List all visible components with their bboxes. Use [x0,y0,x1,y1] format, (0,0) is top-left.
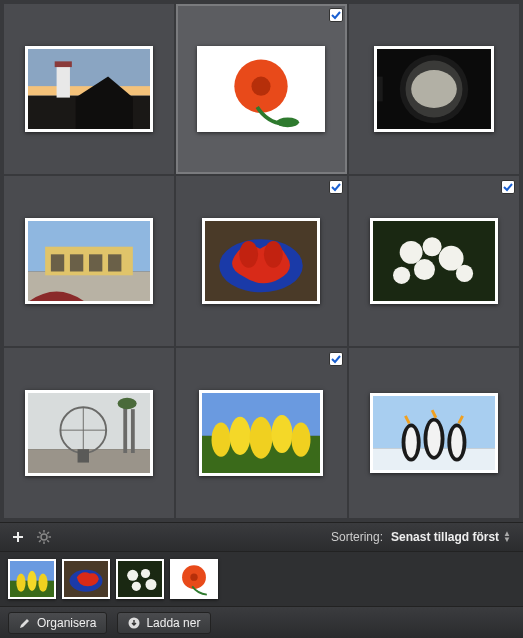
tray-item[interactable] [170,559,218,599]
sort-label: Sortering: [331,530,383,544]
settings-button[interactable] [34,527,54,547]
svg-point-80 [190,574,197,581]
photo-thumb [25,390,153,476]
photo-thumb [25,46,153,132]
svg-rect-73 [118,561,162,598]
svg-rect-38 [78,449,89,462]
photo-cell[interactable] [176,176,346,346]
svg-point-48 [292,423,311,457]
svg-rect-21 [108,254,121,271]
svg-rect-26 [373,220,495,302]
organize-label: Organisera [37,616,96,630]
svg-rect-18 [51,254,64,271]
selection-tray [0,552,523,606]
svg-point-46 [250,417,273,459]
svg-point-27 [400,241,423,264]
photo-thumb [25,218,153,304]
download-icon [128,617,140,629]
svg-point-47 [272,415,293,453]
svg-point-31 [456,265,473,282]
tray-item[interactable] [116,559,164,599]
svg-point-13 [411,70,457,108]
svg-line-63 [47,540,49,542]
svg-point-69 [27,571,36,591]
svg-point-44 [212,423,231,457]
svg-point-32 [393,267,410,284]
download-label: Ladda ner [146,616,200,630]
svg-point-54 [427,422,440,456]
svg-point-9 [277,118,300,128]
add-button[interactable] [8,527,28,547]
svg-line-65 [39,540,41,542]
checkbox-checked-icon[interactable] [501,180,515,194]
svg-rect-39 [123,405,127,453]
svg-point-8 [252,77,271,96]
pencil-icon [19,617,31,629]
svg-rect-14 [377,77,383,102]
bottom-action-bar: Organisera Ladda ner [0,606,523,638]
svg-point-56 [451,427,462,458]
checkbox-checked-icon[interactable] [329,352,343,366]
photo-thumb [199,390,323,476]
svg-point-25 [264,241,283,268]
svg-line-64 [47,532,49,534]
sort-dropdown[interactable]: Senast tillagd först ▲▼ [387,528,515,546]
sort-value: Senast tillagd först [391,530,499,544]
download-button[interactable]: Ladda ner [117,612,211,634]
svg-point-77 [132,582,141,591]
sort-arrows-icon: ▲▼ [503,531,511,543]
photo-cell[interactable] [349,4,519,174]
photo-thumb [197,46,325,132]
svg-rect-40 [131,409,135,453]
photo-cell[interactable] [4,348,174,518]
photo-cell[interactable] [176,4,346,174]
svg-point-52 [405,427,416,458]
svg-point-24 [240,241,259,268]
sort-toolbar: Sortering: Senast tillagd först ▲▼ [0,522,523,552]
tray-item[interactable] [8,559,56,599]
svg-rect-4 [55,61,72,67]
svg-point-30 [414,259,435,280]
photo-cell[interactable] [4,176,174,346]
svg-point-41 [118,398,137,409]
svg-rect-3 [57,65,70,97]
svg-line-62 [39,532,41,534]
svg-point-76 [146,579,157,590]
svg-point-45 [230,417,251,455]
svg-point-57 [41,534,47,540]
photo-cell[interactable] [176,348,346,518]
svg-point-70 [38,574,47,592]
tray-item[interactable] [62,559,110,599]
photo-grid [0,0,523,522]
checkbox-checked-icon[interactable] [329,180,343,194]
photo-thumb [370,393,498,473]
checkbox-checked-icon[interactable] [329,8,343,22]
photo-cell[interactable] [349,348,519,518]
svg-rect-19 [70,254,83,271]
organize-button[interactable]: Organisera [8,612,107,634]
photo-thumb [202,218,320,304]
svg-rect-20 [89,254,102,271]
svg-point-28 [422,237,441,256]
svg-point-74 [127,570,138,581]
photo-thumb [370,218,498,304]
svg-point-75 [141,569,150,578]
photo-cell[interactable] [349,176,519,346]
photo-cell[interactable] [4,4,174,174]
photo-thumb [374,46,494,132]
svg-point-68 [16,574,25,592]
